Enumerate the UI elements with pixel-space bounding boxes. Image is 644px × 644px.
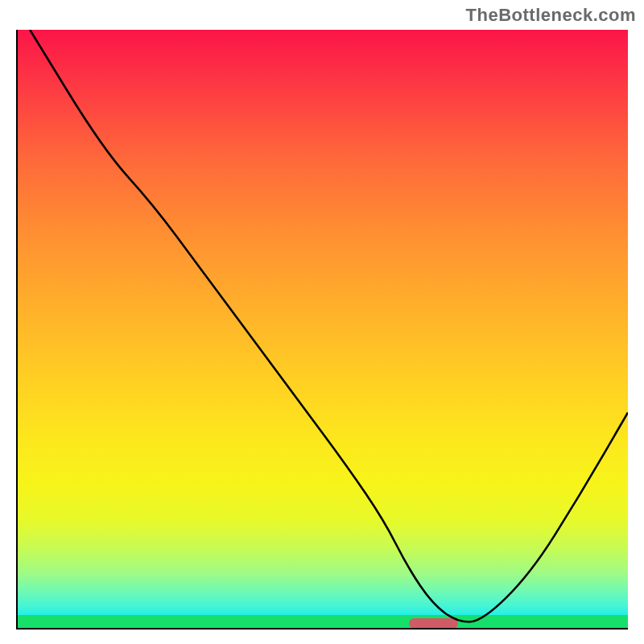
attribution-text: TheBottleneck.com (466, 5, 636, 26)
chart-container: TheBottleneck.com (0, 0, 644, 644)
curve-svg (18, 30, 628, 628)
bottleneck-curve (30, 30, 628, 622)
plot-area (16, 30, 628, 630)
